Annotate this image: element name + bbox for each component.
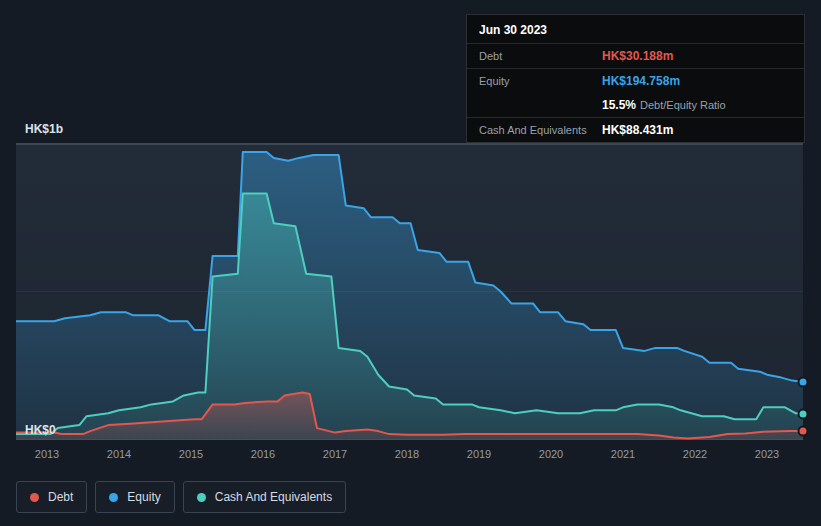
x-axis-tick: 2015 xyxy=(179,448,203,460)
tooltip-equity-value: HK$194.758m xyxy=(602,74,792,88)
chart-tooltip: Jun 30 2023 Debt HK$30.188m Equity HK$19… xyxy=(466,14,805,143)
equity-end-marker[interactable] xyxy=(799,378,808,387)
tooltip-debt-label: Debt xyxy=(479,50,602,62)
debt-legend-dot-icon xyxy=(30,493,39,502)
tooltip-debt-row: Debt HK$30.188m xyxy=(467,44,804,68)
x-axis: 2013201420152016201720182019202020212022… xyxy=(16,448,803,464)
chart-canvas[interactable] xyxy=(16,143,803,440)
tooltip-cash-value: HK$88.431m xyxy=(602,123,792,137)
x-axis-tick: 2023 xyxy=(755,448,779,460)
tooltip-cash-row: Cash And Equivalents HK$88.431m xyxy=(467,117,804,142)
chart-legend: Debt Equity Cash And Equivalents xyxy=(16,481,346,513)
tooltip-date: Jun 30 2023 xyxy=(467,15,804,44)
legend-debt-label: Debt xyxy=(48,490,73,504)
cash-end-marker[interactable] xyxy=(799,409,808,418)
x-axis-tick: 2017 xyxy=(323,448,347,460)
tooltip-equity-row: Equity HK$194.758m xyxy=(467,68,804,93)
tooltip-ratio-row: 15.5%Debt/Equity Ratio xyxy=(467,93,804,117)
legend-equity-label: Equity xyxy=(127,490,160,504)
tooltip-debt-value: HK$30.188m xyxy=(602,49,792,63)
x-axis-tick: 2021 xyxy=(611,448,635,460)
equity-legend-dot-icon xyxy=(109,493,118,502)
tooltip-equity-label: Equity xyxy=(479,75,602,87)
tooltip-cash-label: Cash And Equivalents xyxy=(479,124,602,136)
legend-item-equity[interactable]: Equity xyxy=(95,481,174,513)
legend-item-debt[interactable]: Debt xyxy=(16,481,87,513)
debt-equity-history-chart[interactable] xyxy=(16,143,803,440)
y-axis-label-top: HK$1b xyxy=(25,122,63,136)
cash-legend-dot-icon xyxy=(197,493,206,502)
x-axis-tick: 2013 xyxy=(35,448,59,460)
x-axis-tick: 2014 xyxy=(107,448,131,460)
tooltip-ratio-label: Debt/Equity Ratio xyxy=(640,99,726,111)
x-axis-tick: 2019 xyxy=(467,448,491,460)
x-axis-tick: 2020 xyxy=(539,448,563,460)
debt-end-marker[interactable] xyxy=(799,427,808,436)
y-axis-label-bottom: HK$0 xyxy=(25,423,56,437)
tooltip-ratio-value: 15.5% xyxy=(602,98,636,112)
legend-cash-label: Cash And Equivalents xyxy=(215,490,332,504)
legend-item-cash[interactable]: Cash And Equivalents xyxy=(183,481,346,513)
x-axis-tick: 2016 xyxy=(251,448,275,460)
x-axis-tick: 2018 xyxy=(395,448,419,460)
x-axis-tick: 2022 xyxy=(683,448,707,460)
